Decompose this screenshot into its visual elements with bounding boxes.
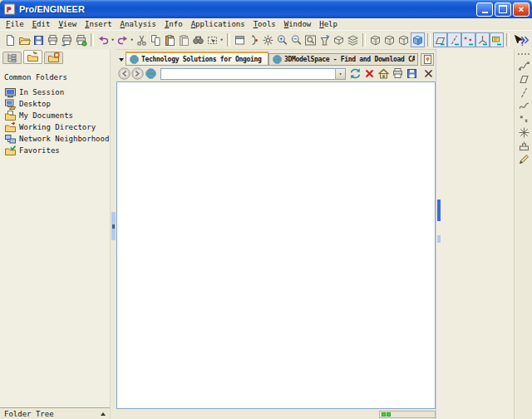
regenerate-button[interactable] [261, 32, 275, 47]
tab-technology-solutions[interactable]: Technology Solutions for Ongoing P... [126, 52, 268, 66]
toolbar-overflow-icon[interactable] [519, 34, 530, 46]
new-tab-button[interactable] [421, 53, 434, 66]
maximize-button[interactable] [495, 2, 511, 17]
expand-folder-tree-icon[interactable] [101, 412, 106, 416]
minimize-button[interactable] [476, 2, 493, 17]
tab-list-dropdown-icon[interactable] [116, 53, 126, 66]
folder-navigator: Common Folders In Session Desktop [0, 69, 110, 407]
no-hidden-button[interactable] [397, 32, 411, 47]
workdir-icon [4, 121, 17, 134]
zoom-in-button[interactable] [275, 32, 289, 47]
zoomin-icon [276, 34, 288, 47]
hidden-line-button[interactable] [382, 32, 397, 47]
menu-file[interactable]: File [2, 20, 28, 28]
browser-sash-handle-small[interactable] [437, 235, 441, 243]
refit-icon [304, 34, 317, 47]
copy-button[interactable] [149, 32, 163, 47]
home-button[interactable] [377, 67, 390, 80]
refresh-button[interactable] [349, 67, 362, 80]
zoom-out-button[interactable] [289, 32, 303, 47]
paste-special-button[interactable] [177, 32, 191, 47]
folder-item-working-directory[interactable]: Working Directory [4, 121, 110, 133]
web-window-button[interactable] [233, 32, 247, 47]
folder-item-network-neighborhood[interactable]: Network Neighborhood [4, 133, 110, 145]
datum-points-toggle[interactable] [461, 32, 475, 47]
folder-item-desktop[interactable]: Desktop [4, 98, 110, 110]
folder-browser-tab[interactable] [23, 50, 42, 64]
undo-button[interactable] [96, 32, 116, 47]
open-button[interactable] [17, 32, 32, 47]
find-button[interactable] [191, 32, 205, 47]
model-tree-tab[interactable] [2, 52, 22, 64]
refit-button[interactable] [303, 32, 318, 47]
datum-planes-toggle[interactable] [433, 32, 447, 47]
folder-item-in-session[interactable]: In Session [4, 86, 110, 98]
paste-button[interactable] [163, 32, 177, 47]
print-icon [47, 34, 59, 47]
browser-tab-bar: Technology Solutions for Ongoing P... 3D… [116, 52, 436, 66]
datum-axes-toggle[interactable] [447, 32, 461, 47]
menu-applications[interactable]: Applications [187, 20, 249, 28]
wireframe-button[interactable] [368, 32, 382, 47]
folder-tree-bar[interactable]: Folder Tree [0, 407, 110, 419]
favorites-tab[interactable] [44, 52, 63, 64]
folder-item-my-documents[interactable]: My Documents [4, 110, 110, 121]
menu-analysis[interactable]: Analysis [116, 20, 160, 28]
mail-button[interactable] [74, 32, 88, 47]
menu-insert[interactable]: Insert [81, 20, 116, 28]
menu-window[interactable]: Window [280, 20, 316, 28]
r-plane-icon [518, 73, 530, 86]
save-page-button[interactable] [406, 67, 418, 80]
toolbar-separator [227, 33, 230, 47]
curve-through-points-tool-button[interactable] [516, 60, 531, 72]
sketch-tool-button[interactable] [516, 153, 531, 165]
titlebar[interactable]: Pro/ENGINEER × [0, 0, 532, 18]
datum-csys-toggle[interactable] [475, 32, 490, 47]
reorient-button[interactable] [318, 32, 332, 47]
menu-view[interactable]: View [54, 20, 81, 28]
select-button[interactable] [205, 32, 224, 47]
menu-help[interactable]: Help [315, 20, 342, 28]
menu-edit[interactable]: Edit [28, 20, 55, 28]
address-input[interactable] [161, 69, 335, 78]
cut-button[interactable] [135, 32, 149, 47]
toolbar-grip[interactable] [518, 53, 530, 55]
shaded-button[interactable] [411, 32, 425, 47]
close-browser-button[interactable] [423, 68, 434, 79]
menu-tools[interactable]: Tools [249, 20, 280, 28]
folder-label: Desktop [19, 100, 51, 108]
r-note-icon [518, 140, 530, 152]
go-button[interactable] [145, 67, 157, 80]
dt-plane-icon [434, 34, 446, 47]
layers-button[interactable] [346, 32, 360, 47]
print-preview-button[interactable] [60, 32, 74, 47]
datum-toolbar [514, 49, 532, 419]
datum-point-tool-button[interactable] [516, 113, 531, 126]
datum-plane-tool-button[interactable] [516, 73, 531, 86]
datum-curve-tool-button[interactable] [516, 100, 531, 112]
forward-button[interactable] [131, 67, 144, 80]
datum-axis-tool-button[interactable] [516, 86, 531, 99]
redo-button[interactable] [116, 32, 135, 47]
select-icon [206, 34, 219, 47]
progress-block [382, 412, 386, 417]
address-dropdown-icon[interactable]: ▾ [335, 69, 345, 79]
annotations-toggle[interactable] [490, 32, 504, 47]
print-page-button[interactable] [392, 67, 404, 80]
back-button[interactable] [118, 67, 131, 80]
saved-views-button[interactable] [332, 32, 346, 47]
menu-info[interactable]: Info [160, 20, 187, 28]
folder-item-favorites[interactable]: Favorites [4, 145, 110, 156]
print-button[interactable] [46, 32, 60, 47]
close-button[interactable]: × [513, 2, 530, 17]
stop-button[interactable] [363, 67, 376, 80]
datum-csys-tool-button[interactable] [516, 126, 531, 139]
browser-sash-handle[interactable] [437, 200, 441, 221]
navigator-sash-handle[interactable] [111, 212, 116, 240]
model-player-button[interactable] [247, 32, 261, 47]
new-button[interactable] [3, 32, 17, 47]
paste-icon [164, 34, 176, 47]
save-button[interactable] [32, 32, 46, 47]
model-notes-tool-button[interactable] [516, 140, 531, 152]
tab-3dmodelspace[interactable]: 3DModelSpace - Find and Download CAD Mod… [268, 53, 418, 66]
